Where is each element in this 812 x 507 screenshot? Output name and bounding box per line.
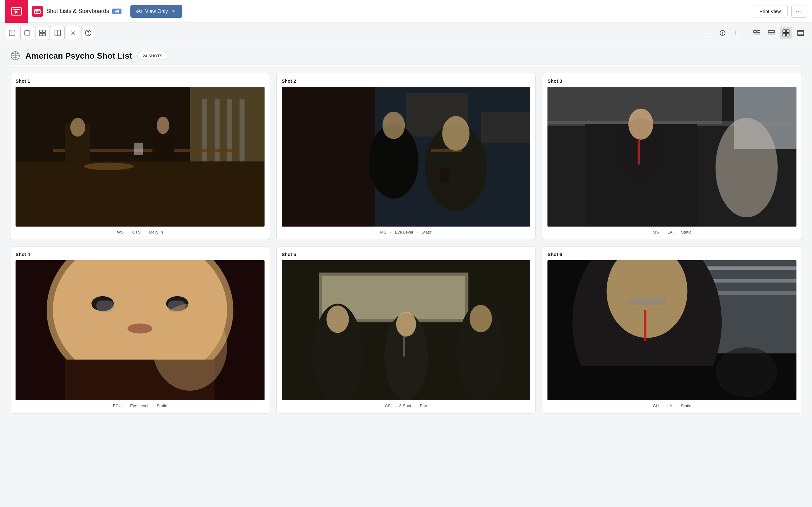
shot-image xyxy=(282,87,531,227)
svg-rect-64 xyxy=(282,87,375,227)
svg-point-15 xyxy=(88,34,89,35)
frame-view-button[interactable] xyxy=(20,26,34,40)
brand-icon xyxy=(32,6,43,17)
zoom-out-button[interactable] xyxy=(704,27,715,39)
svg-point-103 xyxy=(469,305,492,332)
shot-card[interactable]: Shot 4 ECU · Eye Level · Static xyxy=(10,246,270,413)
svg-rect-101 xyxy=(403,335,405,357)
shot-meta: CU · LA · Static xyxy=(548,403,797,408)
shot-meta-value: 3-Shot xyxy=(399,403,411,408)
shot-meta-value: CS xyxy=(385,403,391,408)
zoom-controls xyxy=(704,27,742,39)
project-icon xyxy=(10,51,20,61)
shot-label: Shot 4 xyxy=(15,251,264,257)
more-options-button[interactable]: ··· xyxy=(792,5,807,18)
svg-point-13 xyxy=(72,32,74,34)
shot-meta-value: Static xyxy=(681,403,692,408)
svg-point-18 xyxy=(722,33,723,33)
shot-placeholder xyxy=(548,87,797,227)
list-two-col-button[interactable] xyxy=(751,26,763,39)
meta-separator: · xyxy=(389,230,392,234)
meta-separator: · xyxy=(661,403,665,408)
shot-meta-value: LA xyxy=(667,230,672,234)
header-divider xyxy=(10,65,802,65)
view-type-buttons xyxy=(751,26,807,39)
navbar: Shot Lists & Storyboards v0 View Only Pr… xyxy=(0,0,812,23)
svg-point-71 xyxy=(382,112,405,139)
svg-point-59 xyxy=(70,118,85,136)
shot-label: Shot 2 xyxy=(282,78,531,83)
shot-label: Shot 1 xyxy=(15,78,264,83)
meta-separator: · xyxy=(126,230,130,234)
shot-meta-value: MS xyxy=(380,230,387,234)
svg-rect-9 xyxy=(40,33,42,36)
meta-separator: · xyxy=(675,230,678,234)
shot-meta-value: Static xyxy=(157,403,167,408)
help-button[interactable] xyxy=(81,26,95,40)
zoom-in-button[interactable] xyxy=(730,27,742,39)
shot-meta-value: Eye Level xyxy=(395,230,413,234)
shot-card[interactable]: Shot 1 WS · OTS · Dolly In xyxy=(10,73,270,240)
grid-view-button[interactable] xyxy=(36,26,49,40)
svg-point-114 xyxy=(716,347,778,397)
shot-meta-value: CU xyxy=(653,403,659,408)
svg-rect-112 xyxy=(644,310,647,341)
main-content: American Psycho Shot List 24 SHOTS Shot … xyxy=(0,43,812,507)
svg-rect-72 xyxy=(440,168,450,183)
shot-meta-value: WS xyxy=(117,230,124,234)
print-view-button[interactable]: Print View xyxy=(753,5,787,17)
shot-card[interactable]: Shot 5 CS · 3-Shot · Pan xyxy=(276,246,536,413)
shot-meta-value: Pan xyxy=(420,403,427,408)
svg-rect-69 xyxy=(431,149,462,152)
meta-separator: · xyxy=(661,230,665,234)
shot-meta: CS · 3-Shot · Pan xyxy=(282,403,531,408)
shot-image xyxy=(15,260,264,400)
view-only-button[interactable]: View Only xyxy=(131,5,183,18)
shot-image xyxy=(15,87,264,227)
meta-separator: · xyxy=(393,403,397,408)
zoom-fit-icon[interactable] xyxy=(717,28,728,38)
shot-meta: WS · OTS · Dolly In xyxy=(15,230,264,234)
shot-image xyxy=(282,260,531,400)
shot-meta-value: OTS xyxy=(132,230,141,234)
shot-label: Shot 5 xyxy=(282,251,531,257)
svg-point-98 xyxy=(326,306,349,333)
meta-separator: · xyxy=(414,403,417,408)
shot-meta-value: MS xyxy=(653,230,659,234)
shot-placeholder xyxy=(15,87,264,227)
shot-placeholder xyxy=(282,87,531,227)
settings-button[interactable] xyxy=(66,26,80,40)
sidebar-toggle-button[interactable] xyxy=(5,26,19,40)
svg-rect-38 xyxy=(798,31,804,36)
svg-point-81 xyxy=(716,118,778,217)
svg-rect-26 xyxy=(757,31,760,33)
shot-meta: MS · Eye Level · Static xyxy=(282,230,531,234)
shot-meta-value: LA xyxy=(667,403,672,408)
svg-point-3 xyxy=(139,10,140,12)
shot-meta-value: Eye Level xyxy=(130,403,148,408)
svg-rect-7 xyxy=(40,30,42,33)
shot-meta-value: ECU xyxy=(113,403,121,408)
svg-rect-111 xyxy=(628,297,666,305)
shot-meta-value: Static xyxy=(421,230,432,234)
split-view-button[interactable] xyxy=(51,26,65,40)
shot-card[interactable]: Shot 2 MS · Eye Level · Static xyxy=(276,73,536,240)
svg-rect-10 xyxy=(43,33,45,36)
list-one-col-button[interactable] xyxy=(765,26,778,39)
shot-card[interactable]: Shot 6 CU · LA · Static xyxy=(542,246,802,413)
filmstrip-button[interactable] xyxy=(794,26,807,39)
shot-meta: MS · LA · Static xyxy=(548,230,797,234)
app-logo[interactable] xyxy=(5,0,28,23)
shots-count-badge: 24 SHOTS xyxy=(137,52,168,60)
project-header: American Psycho Shot List 24 SHOTS xyxy=(10,51,802,61)
svg-rect-80 xyxy=(638,140,641,164)
grid-four-button[interactable] xyxy=(780,26,792,39)
svg-rect-88 xyxy=(96,301,114,312)
svg-point-68 xyxy=(442,116,469,151)
svg-point-79 xyxy=(628,109,653,140)
meta-separator: · xyxy=(124,403,128,408)
shot-card[interactable]: Shot 3 MS · LA · Static xyxy=(542,73,802,240)
svg-rect-4 xyxy=(9,30,15,36)
svg-rect-31 xyxy=(768,31,774,33)
project-title: American Psycho Shot List xyxy=(26,51,132,61)
